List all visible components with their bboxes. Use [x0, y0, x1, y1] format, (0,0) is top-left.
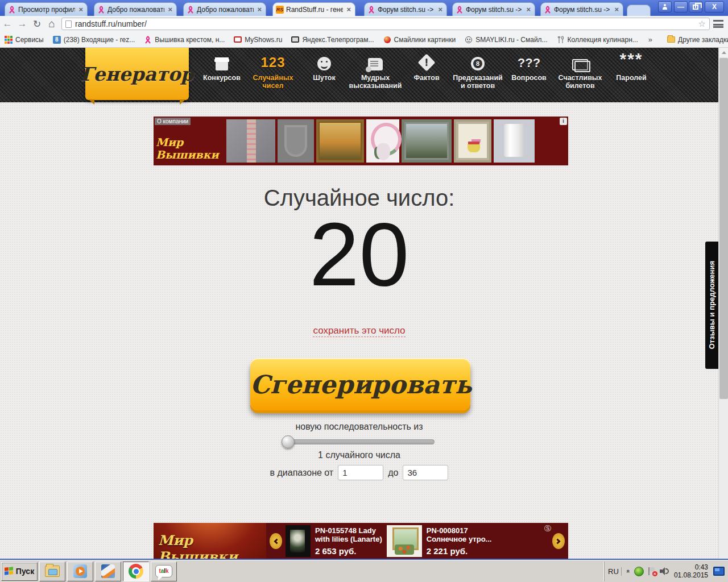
- count-slider[interactable]: [283, 434, 435, 449]
- quicklaunch-media-player-button[interactable]: [67, 562, 93, 581]
- slider-handle[interactable]: [282, 435, 295, 448]
- apps-grid-icon: [5, 36, 13, 44]
- ad-product-lady-lilies-image[interactable]: [286, 525, 311, 557]
- nav-random-numbers[interactable]: 123 Случайных чисел: [247, 52, 299, 101]
- ad-product-bead-tray[interactable]: [278, 119, 314, 163]
- bookmark-services[interactable]: Сервисы: [0, 36, 48, 44]
- ad-info-icon[interactable]: i: [560, 118, 567, 125]
- home-button[interactable]: ⌂: [44, 18, 59, 30]
- bookmark-myshows[interactable]: MyShows.ru: [229, 36, 287, 44]
- display-tray-icon[interactable]: [713, 567, 725, 576]
- ad-product-pillow[interactable]: [226, 119, 275, 163]
- tab-title: Форум stitch.su -> С: [378, 6, 435, 14]
- ad-product-castle-picture[interactable]: [402, 119, 452, 163]
- ad-product-wedding-couple[interactable]: [366, 119, 399, 163]
- tab-welcome-1[interactable]: Добро пожаловать ×: [94, 2, 177, 16]
- tab-randstuff-active[interactable]: RS RandStuff.ru - генер ×: [272, 2, 355, 16]
- nav-wise-sayings[interactable]: Мудрых высказываний: [350, 52, 401, 101]
- scrollbar-thumb[interactable]: [719, 58, 728, 399]
- tab-forum-2[interactable]: Форум stitch.su -> С ×: [452, 2, 535, 16]
- clock[interactable]: 0:43 01.08.2015: [673, 563, 709, 579]
- nav-passwords[interactable]: *** Паролей: [606, 52, 657, 101]
- about-company-link[interactable]: О компании: [155, 118, 191, 125]
- nav-contests[interactable]: Конкурсов: [196, 52, 247, 101]
- nav-jokes[interactable]: Шуток: [299, 52, 350, 101]
- tab-close-icon[interactable]: ×: [256, 5, 263, 14]
- quicklaunch-gtalk-button[interactable]: talk: [151, 562, 177, 581]
- restore-button[interactable]: [689, 1, 702, 13]
- nav-facts[interactable]: ! Фактов: [401, 52, 452, 101]
- nav-label: Вопросов: [511, 74, 547, 82]
- volume-icon[interactable]: [660, 567, 669, 575]
- slider-track[interactable]: [283, 439, 435, 444]
- reload-button[interactable]: ↻: [30, 18, 44, 30]
- tab-title: Форум stitch.su -> С: [466, 6, 523, 14]
- nav-label: Мудрых высказываний: [349, 74, 402, 90]
- antivirus-tray-icon[interactable]: [634, 567, 644, 576]
- ad-product-sunny-morning-image[interactable]: [387, 525, 422, 557]
- bookmark-cross-stitch[interactable]: Вышивка крестом, н...: [139, 36, 229, 44]
- bookmark-yandex-tv[interactable]: Яндекс.Телепрограм...: [287, 36, 378, 44]
- forward-button[interactable]: →: [15, 18, 30, 30]
- tab-close-icon[interactable]: ×: [525, 5, 532, 14]
- tab-close-icon[interactable]: ×: [77, 5, 84, 14]
- feedback-tab[interactable]: Отзывы и предложения: [705, 242, 718, 369]
- address-bar[interactable]: randstuff.ru/number/ ☆: [61, 18, 710, 30]
- new-tab-button[interactable]: [627, 5, 651, 16]
- top-ad-banner[interactable]: О компании Мир Вышивки i: [154, 117, 568, 165]
- other-bookmarks-button[interactable]: Другие закладки: [663, 36, 728, 44]
- language-indicator[interactable]: RU: [608, 567, 622, 576]
- tab-forum-3[interactable]: Форум stitch.su -> С ×: [540, 2, 623, 16]
- chrome-menu-icon[interactable]: [713, 20, 723, 28]
- tab-close-icon[interactable]: ×: [345, 5, 352, 14]
- tab-close-icon[interactable]: ×: [167, 5, 173, 14]
- bookmarks-overflow-chevron[interactable]: »: [643, 35, 658, 44]
- close-button[interactable]: X: [705, 1, 724, 13]
- tab-close-icon[interactable]: ×: [437, 5, 444, 14]
- quicklaunch-explorer-button[interactable]: [39, 562, 65, 581]
- ad-product-2[interactable]: PN-0008017 Солнечное утро... 2 221 руб.: [422, 526, 497, 556]
- url-text[interactable]: randstuff.ru/number/: [75, 19, 695, 28]
- back-button[interactable]: ←: [0, 18, 15, 30]
- carousel-left-arrow[interactable]: [270, 533, 282, 549]
- save-number-link[interactable]: сохранить это число: [313, 325, 405, 337]
- minimize-button[interactable]: —: [674, 1, 688, 13]
- tab-profile-view[interactable]: Просмотр профиля ×: [5, 2, 88, 16]
- range-from-input[interactable]: [338, 465, 383, 480]
- security-alert-icon[interactable]: ×: [648, 567, 656, 576]
- ad-product-thread-spool[interactable]: [494, 119, 535, 163]
- carousel-right-arrow[interactable]: [552, 533, 565, 549]
- bookmark-smiles-pictures[interactable]: Смайлики картинки: [379, 36, 461, 44]
- asterisks-icon: ***: [619, 52, 643, 70]
- tab-welcome-2[interactable]: Добро пожаловать ×: [183, 2, 266, 16]
- bookmark-smayliki[interactable]: SMAYLIKI.ru - Смайл...: [460, 36, 552, 44]
- ad-brand-block: Мир Вышивки: [154, 523, 266, 559]
- generate-button[interactable]: Сгенерировать: [250, 358, 470, 410]
- nav-lucky-tickets[interactable]: Счастливых билетов: [555, 52, 606, 101]
- nav-label: Предсказаний и ответов: [452, 74, 503, 90]
- nav-questions[interactable]: ??? Вопросов: [503, 52, 555, 101]
- bookmark-inbox[interactable]: 8 (238) Входящие - rez...: [48, 36, 140, 44]
- profile-avatar-button[interactable]: [658, 1, 672, 13]
- ad-product-autumn-painting[interactable]: [316, 119, 364, 163]
- page-scrollbar[interactable]: [718, 48, 728, 559]
- range-to-input[interactable]: [403, 465, 448, 480]
- range-to-label: до: [388, 468, 398, 478]
- quicklaunch-photo-app-button[interactable]: [95, 562, 121, 581]
- ad-product-1[interactable]: PN-0155748 Lady with lilies (Lanarte) 2 …: [311, 526, 387, 556]
- quicklaunch-chrome-button[interactable]: [123, 562, 149, 581]
- site-logo-ribbon[interactable]: Генератор: [85, 48, 189, 100]
- tab-forum-1[interactable]: Форум stitch.su -> С ×: [364, 2, 447, 16]
- bookmark-culinary[interactable]: Коллекция кулинарн...: [552, 36, 643, 44]
- bottom-ad-banner[interactable]: Мир Вышивки PN-0155748 Lady with lilies …: [154, 523, 568, 559]
- tab-close-icon[interactable]: ×: [613, 5, 620, 14]
- product-title: PN-0008017 Солнечное утро...: [427, 526, 492, 543]
- ad-product-cupcake-picture[interactable]: [454, 119, 491, 163]
- scrollbar-up-arrow[interactable]: [719, 48, 728, 57]
- bookmark-star-icon[interactable]: ☆: [698, 19, 706, 29]
- tab-strip: Просмотр профиля × Добро пожаловать × До…: [0, 0, 728, 16]
- hidden-icons-chevron[interactable]: «: [626, 569, 631, 573]
- product-title: PN-0155748 Lady with lilies (Lanarte): [315, 526, 382, 543]
- start-button[interactable]: Пуск: [1, 562, 38, 581]
- nav-predictions[interactable]: Предсказаний и ответов: [452, 52, 503, 101]
